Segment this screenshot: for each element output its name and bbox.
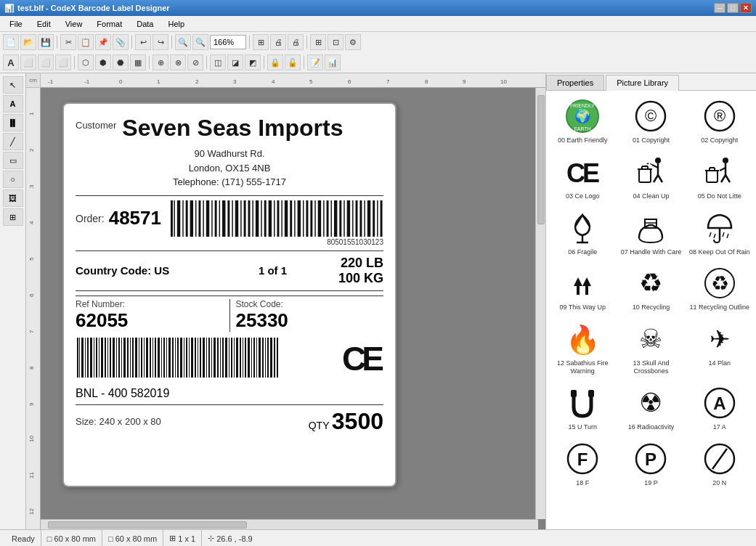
open-button[interactable]: 📂 [20,34,36,50]
svg-rect-99 [132,338,134,378]
pic-item-12[interactable]: 🔥 12 Sabathius Fire Warning [549,317,616,379]
close-button[interactable]: ✕ [740,3,752,13]
text-btn[interactable]: A [3,54,19,70]
svg-rect-127 [211,338,212,378]
layer-btn1[interactable]: ⊕ [153,54,168,70]
svg-rect-115 [177,338,179,378]
pic-item-01[interactable]: © 01 Copyright [617,94,684,148]
telephone: Telephone: (171) 555-1717 [76,175,383,190]
select-tool[interactable]: ↖ [3,76,23,94]
minimize-button[interactable]: ─ [714,3,725,13]
tab-picture-library[interactable]: Picture Library [606,75,679,91]
pic-item-20[interactable]: 20 N [686,436,753,491]
text-tool[interactable]: A [3,95,23,113]
svg-text:1: 1 [28,112,35,115]
save-button[interactable]: 💾 [38,34,54,50]
menu-format[interactable]: Format [90,17,129,30]
image-tool[interactable]: 🖼 [3,190,23,207]
paste2-button[interactable]: 📎 [113,34,129,50]
menu-help[interactable]: Help [161,17,191,30]
menu-file[interactable]: File [3,17,29,30]
redo-button[interactable]: ↪ [153,34,168,50]
pic-item-19[interactable]: P 19 P [617,436,684,491]
fit-button[interactable]: ⊞ [253,34,269,50]
obj-btn1[interactable]: ⬡ [78,54,94,70]
align-left[interactable]: ⬜ [20,54,36,70]
copy-button[interactable]: 📋 [78,34,94,50]
svg-text:A: A [713,394,725,413]
pic-item-18[interactable]: F 18 F [549,436,616,491]
print-button[interactable]: 🖨 [288,34,304,50]
tab-properties[interactable]: Properties [546,75,604,90]
panel-tabs: Properties Picture Library [546,73,756,91]
canvas-area[interactable]: cm -1 -1 0 1 2 3 4 5 6 7 8 9 10 1 [26,73,545,529]
pic-item-15[interactable]: 15 U Turn [549,380,616,435]
table-tool[interactable]: ⊞ [3,208,23,226]
menu-edit[interactable]: Edit [31,17,57,30]
undo-button[interactable]: ↩ [135,34,151,50]
align-center[interactable]: ⬜ [38,54,54,70]
maximize-button[interactable]: □ [727,3,739,13]
zoom-in-button[interactable]: 🔍 [192,34,208,50]
align-right[interactable]: ⬜ [55,54,71,70]
layer-btn3[interactable]: ⊘ [187,54,203,70]
settings-button[interactable]: ⚙ [345,34,361,50]
label-canvas[interactable]: Customer Seven Seas Imports 90 Wadhurst … [62,102,397,487]
obj-btn3[interactable]: ⬣ [113,54,129,70]
pic-item-05[interactable]: 05 Do Not Litte [686,150,753,204]
lock-btn2[interactable]: 🔓 [285,54,301,70]
pic-item-16[interactable]: ☢ 16 Radioactivity [617,380,684,435]
pic-item-04[interactable]: 04 Clean Up [617,150,684,204]
svg-rect-147 [267,338,269,378]
pic-item-00[interactable]: 🌍 EARTH FRIENDLY 00 Earth Friendly [549,94,616,148]
h-scrollbar[interactable] [41,519,538,529]
rect-tool[interactable]: ▭ [3,152,23,169]
customer-label: Customer [76,120,116,131]
svg-rect-92 [113,338,115,378]
svg-rect-106 [153,338,153,378]
menu-data[interactable]: Data [130,17,160,30]
pic-item-17[interactable]: A 17 A [686,380,753,435]
svg-rect-64 [327,200,329,237]
zoom-out-button[interactable]: 🔍 [175,34,191,50]
ref-section: Ref Number: 62055 [76,299,230,332]
pic-item-11[interactable]: ♻ 11 Recycling Outline [686,261,753,315]
grid-button[interactable]: ⊞ [310,34,326,50]
svg-rect-142 [253,338,255,378]
barcode-tool[interactable]: ▐▌ [3,114,23,131]
pic-item-06[interactable]: 06 Fragile [549,205,616,260]
line-tool[interactable]: ╱ [3,133,23,150]
obj-btn2[interactable]: ⬢ [95,54,111,70]
new-button[interactable]: 📄 [3,34,19,50]
layer-btn2[interactable]: ⊗ [170,54,186,70]
pic-item-13[interactable]: ☠ 13 Skull And Crossbones [617,317,684,379]
svg-rect-37 [215,200,217,237]
db-btn3[interactable]: ◩ [245,54,261,70]
svg-rect-110 [163,338,165,378]
script-btn1[interactable]: 📝 [307,54,323,70]
db-btn1[interactable]: ◫ [210,54,226,70]
cut-button[interactable]: ✂ [60,34,76,50]
paste-button[interactable]: 📌 [95,34,111,50]
pic-item-03[interactable]: CE 03 Ce Logo [549,150,616,204]
label-address: 90 Wadhurst Rd. London, OX15 4NB Telepho… [76,147,383,190]
pic-item-07[interactable]: 07 Handle With Care [617,205,684,260]
ellipse-tool[interactable]: ○ [3,171,23,188]
menu-view[interactable]: View [59,17,89,30]
pic-item-10[interactable]: ♻ 10 Recycling [617,261,684,315]
svg-rect-74 [367,200,370,237]
script-btn2[interactable]: 📊 [325,54,341,70]
pic-item-08[interactable]: 08 Keep Out Of Rain [686,205,753,260]
obj-btn4[interactable]: ▦ [130,54,146,70]
pic-item-09[interactable]: 09 This Way Up [549,261,616,315]
pic-item-14[interactable]: ✈ 14 Plan [686,317,753,379]
snap-button[interactable]: ⊡ [328,34,344,50]
zoom-input[interactable] [210,35,246,49]
v-scrollbar[interactable] [535,88,545,519]
svg-text:CE: CE [342,340,383,378]
print-preview-button[interactable]: 🖨 [270,34,286,50]
pic-item-02[interactable]: ® 02 Copyright [686,94,753,148]
lock-btn1[interactable]: 🔒 [267,54,283,70]
svg-text:®: ® [714,107,725,125]
db-btn2[interactable]: ◪ [227,54,243,70]
